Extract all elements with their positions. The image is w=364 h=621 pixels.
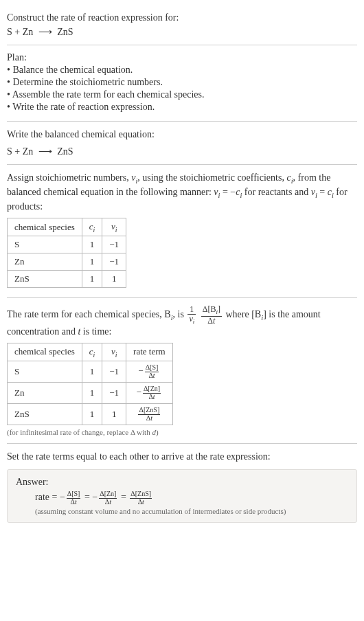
balanced-intro: Write the balanced chemical equation: — [7, 128, 357, 142]
cell-species: ZnS — [8, 404, 82, 425]
frac-den: Δt — [201, 317, 222, 326]
cell-nui: −1 — [102, 253, 126, 271]
text: for reactants and — [242, 187, 310, 197]
eq-rhs: ZnS — [57, 27, 73, 37]
cell-nui: 1 — [102, 404, 126, 425]
table-header-row: chemical species ci νi rate term — [8, 343, 173, 361]
text: Δ[B — [203, 304, 216, 314]
frac-den: Δt — [130, 499, 152, 506]
cell-nui: −1 — [102, 383, 126, 404]
fraction: Δ[ZnS]Δt — [130, 490, 152, 506]
cell-species: S — [8, 236, 82, 253]
text: The rate term for each chemical species,… — [7, 309, 171, 319]
col-ci: ci — [82, 343, 102, 361]
rate-term-intro: The rate term for each chemical species,… — [7, 305, 357, 338]
frac-den: Δt — [138, 415, 160, 422]
plan-bullet: • Write the rate of reaction expression. — [7, 102, 357, 113]
fraction: Δ[Zn]Δt — [99, 490, 117, 506]
frac-num: Δ[Bi] — [201, 305, 222, 317]
plan-bullet: • Determine the stoichiometric numbers. — [7, 77, 357, 88]
cell-rate: −Δ[Zn]Δt — [126, 383, 173, 404]
final-intro: Set the rate terms equal to each other t… — [7, 451, 357, 464]
nui-sub: i — [115, 350, 117, 358]
answer-label: Answer: — [16, 477, 348, 488]
stoich-intro: Assign stoichiometric numbers, νi, using… — [7, 172, 357, 214]
plan-title: Plan: — [7, 52, 357, 63]
col-species: chemical species — [8, 343, 82, 361]
answer-box: Answer: rate = −Δ[S]Δt = −Δ[Zn]Δt = Δ[Zn… — [7, 469, 357, 523]
text: ] — [218, 304, 220, 314]
cell-species: ZnS — [8, 271, 82, 288]
ci-sub: i — [93, 225, 95, 233]
rate-word: rate = — [35, 492, 60, 502]
fraction: Δ[S]Δt — [145, 364, 159, 379]
rate-term-note: (for infinitesimal rate of change, repla… — [7, 428, 357, 436]
frac-num: Δ[Zn] — [99, 490, 117, 499]
table-row: Zn 1 −1 −Δ[Zn]Δt — [8, 383, 173, 404]
rate-term-table: chemical species ci νi rate term S 1 −1 … — [7, 343, 173, 426]
cell-nui: −1 — [102, 361, 126, 383]
answer-note: (assuming constant volume and no accumul… — [35, 507, 348, 515]
col-rate: rate term — [126, 343, 173, 361]
arrow-icon: ⟶ — [36, 146, 55, 157]
final-section: Set the rate terms equal to each other t… — [7, 444, 357, 530]
frac-den: Δt — [143, 394, 161, 401]
fraction: Δ[Bi] Δt — [201, 305, 222, 325]
frac-num: 1 — [187, 305, 196, 315]
col-species: chemical species — [8, 218, 82, 236]
eq-rhs: ZnS — [57, 146, 73, 157]
table-row: S 1 −1 −Δ[S]Δt — [8, 361, 173, 383]
eq-lhs: S + Zn — [7, 146, 33, 157]
fraction: Δ[Zn]Δt — [143, 385, 161, 400]
sign: − — [60, 492, 65, 502]
frac-num: Δ[ZnS] — [138, 407, 160, 415]
col-nui: νi — [102, 343, 126, 361]
plan-section: Plan: • Balance the chemical equation. •… — [7, 45, 357, 122]
text: , using the stoichiometric coefficients, — [137, 172, 286, 183]
frac-den: Δt — [99, 499, 117, 506]
table-header-row: chemical species ci νi — [8, 218, 126, 236]
plan-bullet: • Assemble the rate term for each chemic… — [7, 89, 357, 100]
stoich-section: Assign stoichiometric numbers, νi, using… — [7, 165, 357, 298]
cell-nui: −1 — [102, 236, 126, 253]
text: where [B — [226, 309, 262, 319]
frac-num: Δ[Zn] — [143, 385, 161, 394]
balanced-section: Write the balanced chemical equation: S … — [7, 122, 357, 165]
table-row: ZnS 1 1 — [8, 271, 126, 288]
cell-ci: 1 — [82, 271, 102, 288]
cell-ci: 1 — [82, 236, 102, 253]
cell-ci: 1 — [82, 253, 102, 271]
cell-rate: −Δ[S]Δt — [126, 361, 173, 383]
frac-den: νi — [187, 315, 196, 326]
frac-den: Δt — [145, 372, 159, 380]
cell-species: Zn — [8, 253, 82, 271]
fraction: Δ[S]Δt — [67, 490, 81, 506]
eq-sep: = — [121, 492, 128, 502]
text: Assign stoichiometric numbers, — [7, 172, 131, 183]
cell-species: Zn — [8, 383, 82, 404]
text: = — [317, 187, 328, 197]
balanced-equation: S + Zn ⟶ ZnS — [7, 146, 357, 157]
cell-ci: 1 — [82, 383, 102, 404]
stoich-table: chemical species ci νi S 1 −1 Zn 1 −1 Zn… — [7, 218, 126, 289]
sub: i — [193, 318, 195, 325]
cell-species: S — [8, 361, 82, 383]
fraction: Δ[ZnS]Δt — [138, 407, 160, 422]
nui-sub: i — [115, 225, 117, 233]
sign: − — [138, 365, 143, 376]
cell-ci: 1 — [82, 404, 102, 425]
eq-lhs: S + Zn — [7, 27, 33, 37]
text: , is — [173, 309, 187, 319]
eq-sep: = — [84, 492, 92, 502]
plan-bullet: • Balance the chemical equation. — [7, 65, 357, 76]
table-row: ZnS 1 1 Δ[ZnS]Δt — [8, 404, 173, 425]
sign: − — [137, 387, 141, 397]
text: = − — [220, 187, 236, 197]
dt: Δt — [207, 316, 215, 326]
frac-num: Δ[S] — [145, 364, 159, 372]
frac-den: Δt — [67, 499, 81, 506]
cell-ci: 1 — [82, 361, 102, 383]
arrow-icon: ⟶ — [36, 27, 55, 37]
prompt-equation: S + Zn ⟶ ZnS — [7, 26, 357, 38]
cell-nui: 1 — [102, 271, 126, 288]
